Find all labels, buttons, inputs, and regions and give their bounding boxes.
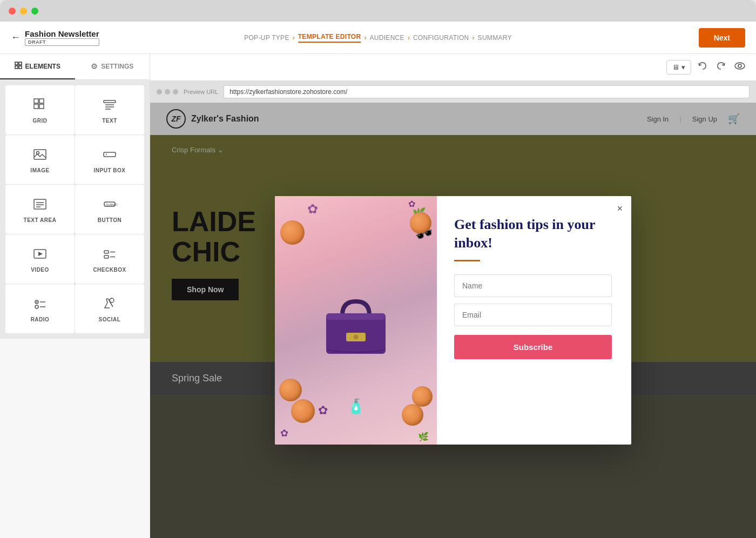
next-button[interactable]: Next	[699, 28, 745, 48]
svg-point-29	[36, 301, 37, 302]
elements-grid: GRID TEXT	[0, 80, 150, 339]
popup-close-button[interactable]: ×	[617, 204, 623, 213]
device-selector[interactable]: 🖥 ▾	[666, 60, 691, 75]
fruit-6	[402, 404, 423, 426]
image-label: IMAGE	[30, 167, 49, 173]
image-icon	[32, 146, 48, 163]
fruit-5	[291, 399, 315, 423]
draft-badge: DRAFT	[25, 38, 99, 46]
popup-email-input[interactable]	[454, 304, 612, 326]
checkbox-label: CHECKBOX	[93, 267, 126, 273]
breadcrumb-nav: POP-UP TYPE › TEMPLATE EDITOR › AUDIENCE…	[244, 33, 512, 43]
element-text-area[interactable]: TEXT AREA	[5, 185, 75, 234]
popup-divider	[454, 260, 480, 261]
breadcrumb-sep-1: ›	[293, 34, 295, 42]
browser-dot-2	[165, 89, 170, 95]
svg-rect-7	[39, 104, 44, 109]
popup-name-input[interactable]	[454, 274, 612, 297]
flower-deco-2: ✿	[408, 199, 415, 209]
minimize-dot[interactable]	[20, 8, 27, 15]
text-icon	[102, 96, 117, 113]
browser-dot-3	[173, 89, 178, 95]
grid-icon	[32, 96, 48, 113]
popup-image-side: ✿ 🌿 ✿ 🕶️	[275, 196, 437, 445]
svg-rect-2	[15, 66, 18, 69]
tab-settings[interactable]: ⚙ SETTINGS	[75, 54, 150, 79]
breadcrumb-audience[interactable]: AUDIENCE	[369, 34, 404, 42]
preview-area: 🖥 ▾	[150, 54, 756, 538]
svg-rect-14	[104, 152, 116, 157]
svg-rect-1	[19, 62, 22, 65]
undo-button[interactable]	[696, 59, 710, 76]
popup-image-bg: ✿ 🌿 ✿ 🕶️	[275, 196, 437, 445]
maximize-dot[interactable]	[31, 8, 38, 15]
perfume-deco: 🧴	[347, 398, 364, 415]
element-button[interactable]: SUBMIT BUTTON	[75, 185, 144, 234]
svg-point-36	[738, 64, 741, 68]
svg-rect-8	[104, 100, 116, 103]
back-navigation[interactable]: ← Fashion Newsletter DRAFT	[11, 29, 99, 46]
preview-toolbar: 🖥 ▾	[150, 54, 756, 81]
website-content: ZF Zylker's Fashion Sign In | Sign Up 🛒	[150, 103, 756, 538]
tab-elements[interactable]: ELEMENTS	[0, 54, 75, 79]
checkbox-icon	[102, 245, 117, 263]
close-dot[interactable]	[9, 8, 16, 15]
button-icon: SUBMIT	[102, 196, 117, 213]
svg-rect-26	[104, 255, 109, 258]
svg-rect-16	[34, 199, 46, 209]
element-video[interactable]: VIDEO	[5, 234, 75, 284]
flower-deco-4: ✿	[280, 427, 288, 439]
browser-dot-1	[157, 89, 162, 95]
redo-button[interactable]	[714, 59, 728, 76]
social-label: SOCIAL	[99, 317, 121, 322]
device-selector-label: ▾	[681, 63, 685, 71]
svg-marker-23	[38, 252, 43, 256]
page-title-group: Fashion Newsletter DRAFT	[25, 29, 99, 46]
radio-label: RADIO	[31, 317, 50, 322]
svg-rect-6	[34, 104, 38, 109]
grid-label: GRID	[33, 118, 48, 124]
popup-modal: ✿ 🌿 ✿ 🕶️	[275, 196, 631, 445]
element-input-box[interactable]: INPUT BOX	[75, 135, 144, 184]
radio-icon	[32, 295, 48, 312]
elements-tab-icon	[15, 62, 22, 71]
tab-elements-label: ELEMENTS	[25, 63, 60, 70]
handbag-svg	[313, 285, 399, 355]
video-icon	[32, 245, 48, 263]
svg-point-35	[735, 63, 745, 69]
breadcrumb-sep-4: ›	[473, 34, 475, 42]
monitor-icon: 🖥	[672, 63, 679, 71]
sidebar: ELEMENTS ⚙ SETTINGS GRID	[0, 54, 150, 538]
popup-content-side: × Get fashion tips in your inbox! Subscr…	[437, 196, 631, 445]
input-box-icon	[102, 146, 117, 163]
element-social[interactable]: SOCIAL	[75, 284, 144, 333]
text-area-icon	[32, 196, 48, 213]
fruit-1	[280, 220, 305, 245]
fruit-4	[412, 386, 433, 407]
breadcrumb-popup-type[interactable]: POP-UP TYPE	[244, 34, 289, 42]
main-content: ELEMENTS ⚙ SETTINGS GRID	[0, 54, 756, 538]
preview-button[interactable]	[732, 58, 747, 76]
popup-subscribe-button[interactable]: Subscribe	[454, 335, 612, 359]
page-title: Fashion Newsletter	[25, 29, 99, 38]
browser-bar: Preview URL https://zylkerfashionstore.z…	[150, 81, 756, 103]
svg-rect-38	[326, 313, 386, 320]
preview-url-bar: https://zylkerfashionstore.zohostore.com…	[224, 85, 750, 98]
element-image[interactable]: IMAGE	[5, 135, 75, 184]
breadcrumb-summary[interactable]: SUMMARY	[478, 34, 512, 42]
browser-dots	[157, 89, 178, 95]
back-arrow-icon: ←	[11, 32, 21, 43]
element-checkbox[interactable]: CHECKBOX	[75, 234, 144, 284]
breadcrumb-template-editor[interactable]: TEMPLATE EDITOR	[298, 33, 361, 43]
element-text[interactable]: TEXT	[75, 85, 144, 134]
flower-deco-3: ✿	[318, 404, 328, 418]
element-radio[interactable]: RADIO	[5, 284, 75, 333]
svg-rect-24	[104, 251, 109, 253]
svg-point-40	[353, 334, 359, 340]
browser-mockup: Preview URL https://zylkerfashionstore.z…	[150, 81, 756, 538]
svg-point-31	[35, 305, 38, 308]
popup-heading: Get fashion tips in your inbox!	[454, 216, 612, 252]
breadcrumb-configuration[interactable]: CONFIGURATION	[413, 34, 469, 42]
text-label: TEXT	[102, 118, 117, 124]
element-grid[interactable]: GRID	[5, 85, 75, 134]
